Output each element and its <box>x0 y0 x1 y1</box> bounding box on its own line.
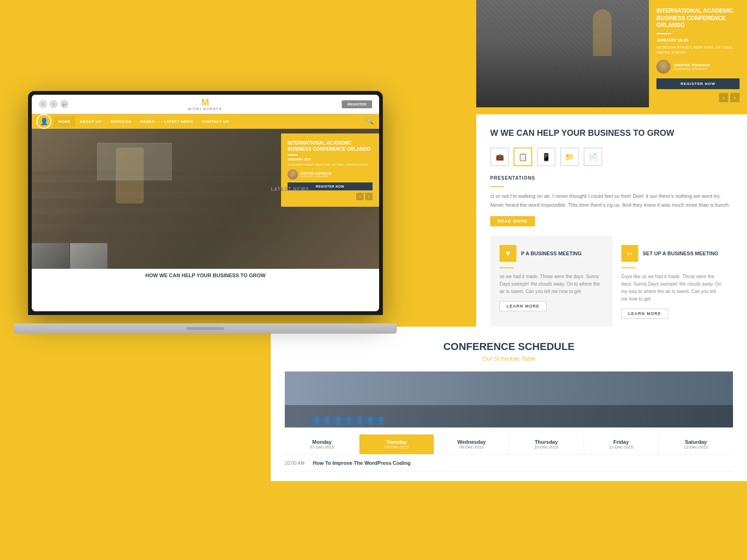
schedule-conference-image: 👥👥👥👥👥👥👥 <box>285 371 733 427</box>
hero-speaker-info: DWAYNE JOHNSON BUSINESS SPEAKER <box>300 172 331 178</box>
meeting-text-1: us we had it made. Those were the days. … <box>500 273 602 295</box>
hero-prev-arrow[interactable]: ‹ <box>356 193 364 200</box>
meeting-card-1-header: ♥ P A BUSINESS MEETING <box>500 245 602 262</box>
schedule-event-title: How To Improve The WordPress Coding <box>313 460 410 466</box>
top-event-date: JANUARY 15-19 <box>656 38 740 42</box>
service-icon-tabs[interactable]: 💼 📋 📱 📁 📄 <box>490 147 733 166</box>
right-business-panel: W WE CAN HELP YOUR BUSINESS TO GROW 💼 📋 … <box>476 114 747 337</box>
day-tab-wednesday[interactable]: Wednesday 09-Dec-2015 <box>434 434 509 454</box>
latest-news-overlay: LATEST News <box>271 184 309 193</box>
business-section-title: W WE CAN HELP YOUR BUSINESS TO GROW <box>490 128 733 138</box>
site-hero-section: INTERNATIONAL ACADEMIC BUSINESS CONFEREN… <box>32 129 379 269</box>
hero-thumb-2 <box>70 243 107 269</box>
laptop-screen: f t g+ M MITRI EVENTS REGISTER 👤 HOME AB… <box>32 95 379 311</box>
hero-speaker-name: DWAYNE JOHNSON <box>300 172 331 175</box>
hero-speaker-role: BUSINESS SPEAKER <box>300 175 331 178</box>
latest-news-label: LATEST News <box>271 187 309 192</box>
tab-content-label: PRESENTATIONS <box>490 175 733 181</box>
icon-tab-presentation[interactable]: 📋 <box>514 147 532 166</box>
top-register-button[interactable]: REGISTER NOW <box>656 78 740 89</box>
top-speaker-role: BUSINESS SPEAKER <box>674 67 710 70</box>
nav-item-about[interactable]: ABOUT US <box>75 116 106 127</box>
nav-item-pages[interactable]: PAGES <box>136 116 159 127</box>
learn-more-button-1[interactable]: LEARN MORE <box>500 301 547 311</box>
meeting-divider-2 <box>621 267 635 268</box>
hero-speaker-row: DWAYNE JOHNSON BUSINESS SPEAKER <box>288 169 373 180</box>
tab-description: ct or not I'm walking on air. I never th… <box>490 192 733 209</box>
social-icons-group[interactable]: f t g+ <box>39 100 69 108</box>
facebook-icon[interactable]: f <box>39 100 47 108</box>
site-header: f t g+ M MITRI EVENTS REGISTER <box>32 95 379 114</box>
top-speaker-name: DWAYNE JOHNSON <box>674 63 710 67</box>
meeting-cards-row: ♥ P A BUSINESS MEETING us we had it made… <box>490 236 733 328</box>
meeting-card-2: ▭ SET UP A BUSINESS MEETING Guys like us… <box>612 236 733 328</box>
hero-thumbnail-strip <box>32 243 107 269</box>
top-event-title: INTERNATIONAL ACADEMIC BUSINESS CONFEREN… <box>656 7 740 29</box>
laptop-device: f t g+ M MITRI EVENTS REGISTER 👤 HOME AB… <box>28 91 383 334</box>
day-tab-monday[interactable]: Monday 07-Dec-2015 <box>285 434 359 454</box>
hero-next-arrow[interactable]: › <box>365 193 373 200</box>
icon-tab-mobile[interactable]: 📱 <box>537 147 556 166</box>
day-tabs-row[interactable]: Monday 07-Dec-2015 Tuesday 08-Dec-2015 W… <box>285 434 733 455</box>
icon-tab-folder[interactable]: 📁 <box>560 147 579 166</box>
nav-item-latest-news[interactable]: LATEST NEWS <box>159 116 197 127</box>
hero-nav-arrows: ‹ › <box>288 193 373 200</box>
hero-event-date: JANUARY 15/8 <box>288 158 373 161</box>
top-event-card: INTERNATIONAL ACADEMIC BUSINESS CONFEREN… <box>649 0 747 107</box>
day-tab-tuesday[interactable]: Tuesday 08-Dec-2015 <box>359 434 434 454</box>
schedule-time: 10:00 AM <box>285 461 313 466</box>
top-speaker-avatar <box>656 60 670 74</box>
nav-item-home[interactable]: HOME <box>54 116 75 127</box>
icon-tab-briefcase[interactable]: 💼 <box>490 147 509 166</box>
help-section: HOW WE CAN HELP YOUR BUSINESS TO GROW <box>32 269 379 282</box>
top-next-arrow[interactable]: › <box>730 93 740 102</box>
day-tab-friday[interactable]: Friday 11-Dec-2015 <box>584 434 659 454</box>
hero-event-title: INTERNATIONAL ACADEMIC BUSINESS CONFEREN… <box>288 140 373 152</box>
hero-speaker-avatar <box>288 169 298 180</box>
logo-text: MITRI EVENTS <box>188 107 222 111</box>
nav-search-icon[interactable]: 🔍 <box>361 114 379 128</box>
meeting-card-1: ♥ P A BUSINESS MEETING us we had it made… <box>490 236 612 328</box>
meeting-card-2-header: ▭ SET UP A BUSINESS MEETING <box>621 245 724 262</box>
top-nav-arrows: ‹ › <box>656 93 740 102</box>
top-event-address: 08 DESIGN STREET, NEW YORK, NY 10001, UN… <box>656 45 740 55</box>
hero-event-divider <box>288 154 298 155</box>
day-tab-saturday[interactable]: Saturday 12-Dec-2015 <box>659 434 733 454</box>
site-register-button[interactable]: REGISTER <box>342 100 372 108</box>
icon-tab-file[interactable]: 📄 <box>584 147 602 166</box>
conference-schedule-section: CONFERENCE SCHEDULE Our Schedule Table 👥… <box>271 327 747 481</box>
day-tab-thursday[interactable]: Thursday 10-Dec-2015 <box>509 434 584 454</box>
site-navigation: 👤 HOME ABOUT US SERVICES PAGES LATEST NE… <box>32 114 379 129</box>
meeting-divider-1 <box>500 267 514 268</box>
help-title: HOW WE CAN HELP YOUR BUSINESS TO GROW <box>39 273 372 278</box>
twitter-icon[interactable]: t <box>49 100 58 108</box>
top-speaker-info: DWAYNE JOHNSON BUSINESS SPEAKER <box>674 63 710 70</box>
site-logo: M MITRI EVENTS <box>188 98 222 111</box>
meeting-text-2: Guys like us we had it made. Those were … <box>621 273 724 303</box>
nav-item-contact[interactable]: CONTACT US <box>197 116 233 127</box>
laptop-base <box>14 323 397 334</box>
nav-user-icon: 👤 <box>36 114 51 129</box>
top-conference-image <box>476 0 649 107</box>
meeting-title-1: P A BUSINESS MEETING <box>521 251 582 256</box>
top-prev-arrow[interactable]: ‹ <box>719 93 728 102</box>
top-speaker-row: DWAYNE JOHNSON BUSINESS SPEAKER <box>656 60 740 74</box>
schedule-title: CONFERENCE SCHEDULE <box>285 341 733 353</box>
hero-event-address: 08 DESIGN STREET, NEW YORK, NY 10001, UN… <box>288 163 373 167</box>
top-event-divider <box>656 33 670 34</box>
logo-mark: M <box>201 98 209 107</box>
meeting-title-2: SET UP A BUSINESS MEETING <box>643 251 719 256</box>
nav-item-services[interactable]: SERVICES <box>106 116 136 127</box>
schedule-subtitle: Our Schedule Table <box>285 355 733 362</box>
read-more-button[interactable]: READ MORE <box>490 216 535 226</box>
learn-more-button-2[interactable]: LEARN MORE <box>621 308 669 319</box>
hero-thumb-1 <box>32 243 69 269</box>
meeting-icon-1: ♥ <box>500 245 516 262</box>
hero-event-card: INTERNATIONAL ACADEMIC BUSINESS CONFEREN… <box>281 133 379 207</box>
tab-divider <box>490 186 504 187</box>
google-plus-icon[interactable]: g+ <box>60 100 69 108</box>
schedule-event-row: 10:00 AM How To Improve The WordPress Co… <box>285 455 733 472</box>
laptop-frame: f t g+ M MITRI EVENTS REGISTER 👤 HOME AB… <box>28 91 383 315</box>
meeting-icon-2: ▭ <box>621 245 638 262</box>
